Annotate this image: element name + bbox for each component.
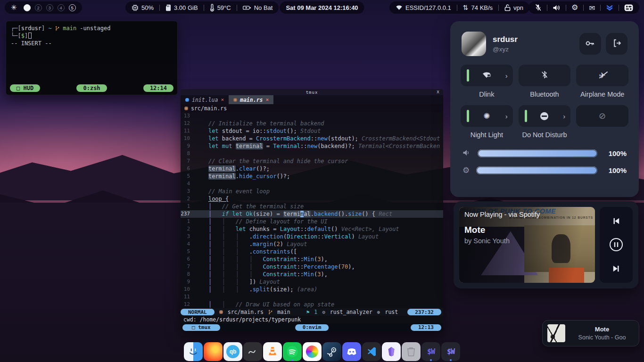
tab-main-rs[interactable]: main.rs ×	[229, 95, 273, 104]
code-line[interactable]: 10 │ │ │ .split(size); (area)	[181, 286, 443, 293]
workspace-3[interactable]: 3	[46, 4, 53, 11]
tmux-window-pill[interactable]: 0:zsh	[76, 84, 107, 92]
code-line[interactable]: 11	[181, 293, 443, 301]
cursor-position-pill: 237:32	[407, 309, 441, 315]
system-stats-widget[interactable]: 50% 3.00 GiB 59°C No Bat	[125, 1, 279, 14]
tmux-window-pill[interactable]: 0:nvim	[295, 324, 329, 331]
tab-close-icon[interactable]: ×	[265, 97, 269, 103]
chevron-right-icon[interactable]: ›	[505, 113, 508, 120]
brightness-slider[interactable]	[476, 166, 597, 174]
code-line[interactable]: 4 │ │ │ .margin(2) Layout	[181, 240, 443, 248]
tmux-session-pill[interactable]: □ tmux	[182, 324, 220, 331]
vi-mode-indicator: -- INSERT --	[11, 40, 173, 48]
toggle-label: Bluetooth	[530, 90, 559, 99]
tab-close-icon[interactable]: ×	[221, 97, 224, 103]
volume-slider[interactable]	[478, 149, 597, 157]
previous-track-button[interactable]	[612, 217, 620, 225]
rust-lang-icon: ⊛	[377, 310, 380, 315]
code-line[interactable]: 1 │ │ // Define layout for the UI	[181, 218, 443, 225]
dock-icon-discord[interactable]	[342, 342, 361, 361]
dock-icon-vscode[interactable]	[362, 342, 381, 361]
tab-init-lua[interactable]: init.lua ×	[181, 95, 229, 104]
dock-icon-firefox[interactable]	[204, 342, 223, 361]
toggle-active-indicator	[525, 110, 527, 122]
workspace-1[interactable]	[24, 4, 31, 11]
toggle-blocked[interactable]: ⊘	[576, 105, 628, 127]
code-line[interactable]: 9 let mut terminal = Terminal::new(backe…	[181, 142, 443, 150]
lock-keys-button[interactable]	[579, 33, 601, 55]
code-line[interactable]: 2 │ │ let chunks = Layout::default() Vec…	[181, 225, 443, 233]
toggles-tray-icon[interactable]	[624, 4, 633, 11]
dock-icon-wezterm-2[interactable]: $W	[441, 342, 460, 361]
workspace-widget[interactable]: ✳ 2 3 4 5	[5, 1, 82, 14]
code-line[interactable]: 9 │ │ │ ]) Layout	[181, 278, 443, 286]
pause-button[interactable]	[609, 238, 623, 252]
sun-icon: ✺	[483, 112, 490, 120]
code-line[interactable]: 4	[181, 180, 443, 188]
editor-tabbar: init.lua × main.rs ×	[181, 95, 443, 104]
dock-icon-file-manager[interactable]	[184, 342, 203, 361]
workspace-2[interactable]: 2	[35, 4, 42, 11]
logout-button[interactable]	[606, 33, 627, 55]
code-line[interactable]: 8	[181, 150, 443, 157]
code-line[interactable]: 13	[181, 112, 443, 120]
dock-icon-trash[interactable]	[402, 342, 421, 361]
toggle-bluetooth[interactable]	[519, 65, 571, 86]
code-line[interactable]: 12 // Initialize the terminal backend	[181, 120, 443, 127]
settings-gear-icon[interactable]: ⚙	[571, 4, 578, 11]
chevron-right-icon[interactable]: ›	[563, 113, 565, 120]
toggle-do-not-disturb[interactable]: ›	[519, 105, 571, 127]
netspeed-stat: ⇅ 74 KB/s	[463, 4, 493, 11]
toggle-dlink[interactable]: ›	[461, 65, 513, 86]
code-line[interactable]: 10 let backend = CrosstermBackend::new(s…	[181, 135, 443, 142]
code-line[interactable]: 7 // Clear the terminal and hide the cur…	[181, 157, 443, 165]
dock-icon-vlc[interactable]	[263, 342, 282, 361]
clock-widget[interactable]: Sat 09 Mar 2024 12:16:40	[280, 1, 364, 14]
toggle-night-light[interactable]: ✺ ›	[461, 105, 513, 127]
vim-mode-pill: NORMAL	[181, 309, 215, 315]
mic-muted-icon[interactable]	[535, 4, 542, 11]
dock-icon-wave-app[interactable]	[243, 342, 262, 361]
code-line[interactable]: 11 let stdout = io::stdout(); Stdout	[181, 127, 443, 135]
code-line[interactable]: 12 │ │ // Draw UI based on app state	[181, 301, 443, 308]
window-close-button[interactable]: x	[437, 89, 440, 94]
chevron-double-down-icon[interactable]	[606, 5, 613, 11]
code-line[interactable]: 6 │ │ │ │ Constraint::Min(3),	[181, 255, 443, 263]
code-line[interactable]: 6 terminal.clear()?;	[181, 165, 443, 173]
terminal-window[interactable]: ┌─[srdusr] ~ main -unstaged └─[$] -- INS…	[6, 21, 178, 95]
volume-icon[interactable]	[553, 4, 561, 11]
memory-stat: 3.00 GiB	[165, 4, 198, 11]
cpu-icon	[132, 4, 139, 11]
dock-icon-spotify[interactable]	[283, 342, 302, 361]
dock-icon-wezterm-1[interactable]: $W	[421, 342, 440, 361]
chevron-right-icon[interactable]: ›	[505, 72, 508, 79]
code-line[interactable]: 5 terminal.hide_cursor()?;	[181, 173, 443, 180]
toggle-label: Dlink	[479, 90, 494, 99]
code-line[interactable]: 3 │ │ │ .direction(Direction::Vertical) …	[181, 233, 443, 240]
editor-window[interactable]: tmux x init.lua × main.rs × src/main.rs …	[181, 89, 443, 331]
code-line[interactable]: 5 │ │ │ .constraints([	[181, 248, 443, 255]
code-line[interactable]: 2 loop {	[181, 195, 443, 203]
workspace-5[interactable]: 5	[69, 4, 76, 11]
code-line[interactable]: 7 │ │ │ │ Constraint::Percentage(70),	[181, 263, 443, 271]
workspace-4[interactable]: 4	[58, 4, 65, 11]
dock-icon-obsidian[interactable]	[382, 342, 401, 361]
next-track-button[interactable]	[612, 264, 620, 273]
window-titlebar[interactable]: tmux x	[181, 89, 443, 95]
code-area[interactable]: 1312 // Initialize the terminal backend1…	[181, 112, 443, 308]
code-line[interactable]: 237 │ if let Ok(size) = terminal.backend…	[181, 210, 443, 218]
track-title: Mote	[464, 225, 540, 235]
toggle-airplane-mode[interactable]: ✈	[576, 65, 628, 86]
workspace-indicators: 2 3 4 5	[24, 4, 76, 11]
dock-icon-steam[interactable]	[322, 342, 341, 361]
code-line[interactable]: 1 │ // Get the terminal size	[181, 203, 443, 210]
mail-icon[interactable]: ✉	[589, 4, 595, 11]
dock-icon-photos[interactable]	[303, 342, 322, 361]
dock-icon-qbittorrent[interactable]: qb	[223, 342, 242, 361]
media-notification[interactable]: Mote Sonic Youth - Goo	[542, 320, 639, 346]
network-widget[interactable]: ESSID/127.0.0.1 ⇅ 74 KB/s vpn	[389, 1, 529, 14]
essid-value: ESSID/127.0.0.1	[405, 4, 451, 11]
tmux-session-pill[interactable]: □ HUD	[10, 84, 40, 92]
code-line[interactable]: 3 // Main event loop	[181, 188, 443, 195]
code-line[interactable]: 8 │ │ │ │ Constraint::Min(3),	[181, 271, 443, 278]
